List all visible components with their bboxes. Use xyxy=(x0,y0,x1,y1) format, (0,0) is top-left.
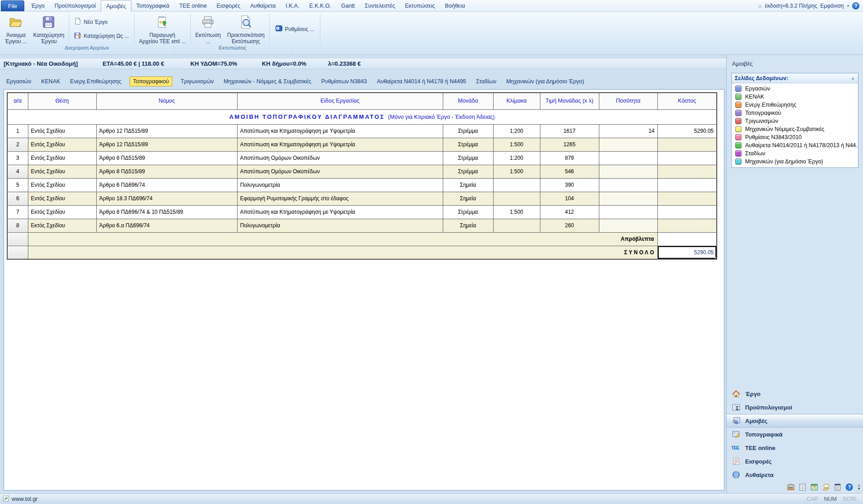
sidebar-nav-item[interactable]: ΣΠροϋπολογισμοί xyxy=(727,400,863,414)
cell[interactable]: Άρθρο 12 ΠΔ515/89 xyxy=(96,124,237,138)
cell[interactable] xyxy=(599,192,657,205)
cell[interactable]: Αποτύπωση και Κτηματογράφηση με Υψομετρί… xyxy=(237,205,443,219)
cell[interactable] xyxy=(599,151,657,165)
cell[interactable]: Στρέμμα xyxy=(443,205,493,219)
cell[interactable]: Αποτύπωση Ομόρων Οικοπέδων xyxy=(237,165,443,178)
unforeseen-value-cell[interactable] xyxy=(657,232,717,246)
cell[interactable] xyxy=(599,219,657,232)
cell[interactable]: Εντός Σχεδίου xyxy=(28,192,96,205)
data-page-item[interactable]: Τοπογραφικού xyxy=(732,109,858,117)
menu-item-αμοιβές[interactable]: Αμοιβές xyxy=(101,0,131,12)
data-page-item[interactable]: ΚΕΝΑΚ xyxy=(732,93,858,101)
data-pages-header[interactable]: Σελίδες Δεδομένων: ▲ xyxy=(732,73,858,83)
data-page-item[interactable]: Μηχανικών (για Δημόσιο Έργο) xyxy=(732,158,858,166)
tee-xml-button[interactable]: <> ΠαραγωγήΑρχείου ΤΕΕ xml ... xyxy=(136,13,189,45)
cell[interactable]: Στρέμμα xyxy=(443,151,493,165)
cell[interactable]: Αποτύπωση και Κτηματογράφηση με Υψομετρί… xyxy=(237,138,443,151)
chevron-down-icon[interactable]: ▾ xyxy=(847,4,849,8)
cell[interactable]: 1:500 xyxy=(493,138,540,151)
menu-item-προ-πολογισμοί[interactable]: Προϋπολογισμοί xyxy=(49,0,101,11)
menu-item-συντελεστές[interactable]: Συντελεστές xyxy=(360,0,400,11)
fee-tab[interactable]: Ρυθμίσεων Ν3843 xyxy=(319,77,369,86)
data-page-item[interactable]: Μηχανικών Νόμιμες-Συμβατικές xyxy=(732,125,858,133)
print-preview-button[interactable]: ΠροεπισκόπισηΕκτύπωσης xyxy=(224,13,268,45)
cell[interactable] xyxy=(599,205,657,219)
cell[interactable] xyxy=(657,205,717,219)
menu-item-εκτυπώσεις[interactable]: Εκτυπώσεις xyxy=(400,0,440,11)
new-project-button[interactable]: Νέο Έργο xyxy=(72,17,132,27)
file-menu-button[interactable]: File xyxy=(1,0,24,11)
data-page-item[interactable]: Σταδίων xyxy=(732,149,858,158)
cell[interactable]: Αποτύπωση Ομόρων Οικοπέδων xyxy=(237,151,443,165)
overflow-chevrons-icon[interactable]: »▾ xyxy=(857,484,860,490)
data-page-item[interactable]: Τριγωνισμών xyxy=(732,117,858,125)
print-button[interactable]: Εκτύπωση... xyxy=(192,13,224,45)
cell[interactable]: Πολυγωνομετρία xyxy=(237,219,443,232)
cell[interactable]: Στρέμμα xyxy=(443,165,493,178)
cell[interactable]: 260 xyxy=(540,219,599,232)
list-icon[interactable] xyxy=(833,483,841,491)
fee-tab[interactable]: Σταδίων xyxy=(474,77,498,86)
cell[interactable]: 104 xyxy=(540,192,599,205)
cell[interactable] xyxy=(657,165,717,178)
fee-tab[interactable]: Εργασιών xyxy=(4,77,33,86)
menu-item-gantt[interactable]: Gantt xyxy=(336,0,360,11)
menu-item-αυθαίρετα[interactable]: Αυθαίρετα xyxy=(245,0,281,11)
cell[interactable]: Σημεία xyxy=(443,192,493,205)
help-icon[interactable]: ? xyxy=(852,2,859,9)
menu-item-τοπογραφικά[interactable]: Τοπογραφικά xyxy=(131,0,174,11)
cell[interactable] xyxy=(599,165,657,178)
fee-tab[interactable]: Τοπογραφικού xyxy=(130,76,173,86)
cell[interactable] xyxy=(657,138,717,151)
save-project-button[interactable]: ΚαταχώρησηΈργου xyxy=(30,13,67,45)
data-page-item[interactable]: Ενεργ.Επιθεώρησης xyxy=(732,101,858,109)
cell[interactable] xyxy=(657,192,717,205)
sidebar-nav-item[interactable]: Αυθαίρετα xyxy=(727,468,863,482)
cell[interactable]: 546 xyxy=(540,165,599,178)
cell[interactable] xyxy=(493,192,540,205)
menu-item-ε-κ-κ-ο-[interactable]: Ε.Κ.Κ.Ο. xyxy=(304,0,336,11)
cell-fill-handle[interactable] xyxy=(715,257,717,259)
report-icon[interactable] xyxy=(798,483,806,491)
menu-item-εισφορές[interactable]: Εισφορές xyxy=(211,0,245,11)
cell[interactable]: Εφαρμογή Ρυμοτομικής Γραμμής στο έδαφος xyxy=(237,192,443,205)
cell[interactable] xyxy=(493,219,540,232)
cell[interactable]: Εντός Σχεδίου xyxy=(28,165,96,178)
cell[interactable]: Άρθρο 12 ΠΔ515/89 xyxy=(96,138,237,151)
sidebar-nav-item[interactable]: Τοπογραφικά xyxy=(727,428,863,441)
cell[interactable]: 14 xyxy=(599,124,657,138)
menu-item-ι-κ-α-[interactable]: Ι.Κ.Α. xyxy=(281,0,305,11)
open-project-button[interactable]: ΆνοιγμαΈργου ... xyxy=(2,13,30,45)
cell[interactable]: Άρθρο 8 ΠΔ515/89 xyxy=(96,151,237,165)
cell[interactable]: Σημεία xyxy=(443,219,493,232)
fee-tab[interactable]: Μηχανικών (για Δημόσιο Έργο) xyxy=(504,77,586,86)
cell[interactable] xyxy=(657,219,717,232)
save-as-button[interactable]: Καταχώρηση Ως ... xyxy=(72,31,132,41)
cell[interactable]: Άρθρο 8 ΠΔ515/89 xyxy=(96,165,237,178)
menu-item-βοήθεια[interactable]: Βοήθεια xyxy=(440,0,470,11)
menu-item-έργο[interactable]: Έργο xyxy=(26,0,49,11)
sidebar-nav-item[interactable]: Εισφορές xyxy=(727,454,863,468)
sidebar-nav-item[interactable]: Έργο xyxy=(727,387,863,400)
fee-tab[interactable]: Τριγωνισμών xyxy=(179,77,216,86)
fee-tab[interactable]: Ενεργ.Επιθεώρησης xyxy=(68,77,123,86)
help-icon[interactable]: ? xyxy=(845,483,853,491)
cell[interactable]: Άρθρο 6 ΠΔ696/74 xyxy=(96,178,237,192)
cell[interactable]: 1:500 xyxy=(493,205,540,219)
cell[interactable]: 1:200 xyxy=(493,151,540,165)
sidebar-nav-item[interactable]: TEEΤΕΕ online xyxy=(727,441,863,454)
cell[interactable] xyxy=(599,138,657,151)
cell[interactable] xyxy=(657,178,717,192)
total-value-cell-selected[interactable]: 5290.05 xyxy=(657,246,717,259)
cell[interactable]: Στρέμμα xyxy=(443,138,493,151)
grid-green-icon[interactable] xyxy=(810,483,818,491)
cell[interactable]: Πολυγωνομετρία xyxy=(237,178,443,192)
display-menu[interactable]: Εμφάνιση xyxy=(820,3,844,9)
cell[interactable]: Εκτός Σχεδίου xyxy=(28,205,96,219)
menu-item-τεε-online[interactable]: ΤΕΕ online xyxy=(174,0,211,11)
cell[interactable]: Αποτύπωση και Κτηματογράφηση με Υψομετρί… xyxy=(237,124,443,138)
cell[interactable]: 1:200 xyxy=(493,124,540,138)
data-page-item[interactable]: Εργασιών xyxy=(732,85,858,93)
cell[interactable]: Άρθρο 8 ΠΔ696/74 & 10 ΠΔ515/89 xyxy=(96,205,237,219)
collapse-arrow-icon[interactable]: ▲ xyxy=(851,76,855,81)
